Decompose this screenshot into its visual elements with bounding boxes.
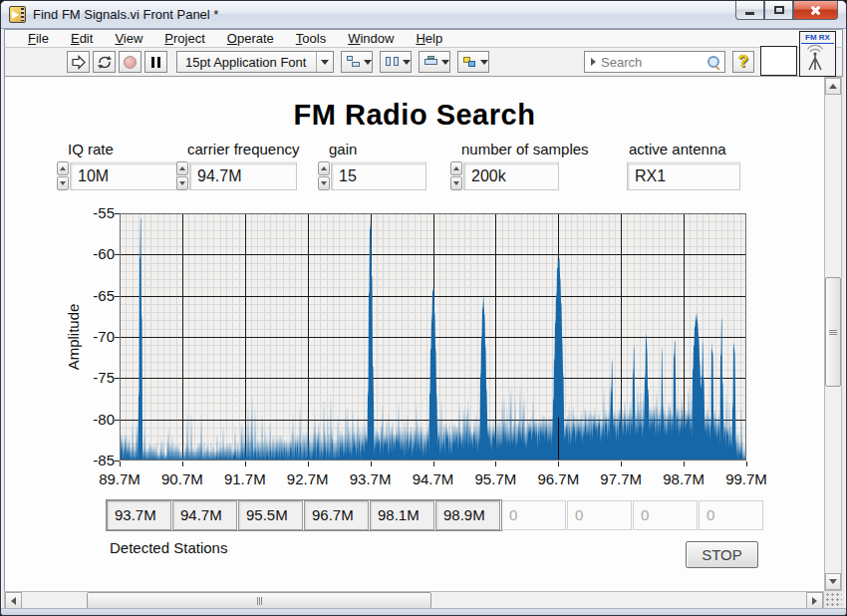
increment-button[interactable] <box>450 161 462 175</box>
chevron-down-icon <box>480 60 488 65</box>
search-box[interactable]: Search <box>584 51 725 73</box>
scroll-left-button[interactable] <box>5 592 22 609</box>
menu-item-project[interactable]: Project <box>153 31 215 46</box>
minimize-icon <box>745 12 754 15</box>
decrement-button[interactable] <box>450 176 462 190</box>
y-tick-label: -85 <box>65 452 115 468</box>
detected-station-3[interactable]: 96.7M <box>304 500 369 530</box>
search-input[interactable]: Search <box>601 55 706 70</box>
x-tick-mark <box>746 462 747 466</box>
front-panel: FM Radio Search IQ rate 10M carrier freq… <box>4 77 824 591</box>
close-button[interactable] <box>793 1 838 20</box>
x-tick-label: 89.7M <box>90 470 149 487</box>
vertical-scroll-thumb[interactable] <box>825 277 841 387</box>
page-title: FM Radio Search <box>5 99 824 132</box>
up-arrow-icon <box>60 166 66 170</box>
decrement-button[interactable] <box>176 176 188 190</box>
run-button[interactable] <box>67 51 90 73</box>
decrement-button[interactable] <box>318 176 330 190</box>
resize-objects-button[interactable] <box>419 51 450 73</box>
scroll-right-button[interactable] <box>806 592 823 609</box>
down-arrow-icon <box>453 181 459 185</box>
menu-item-edit[interactable]: Edit <box>60 31 104 46</box>
x-tick-mark <box>621 462 622 466</box>
iq-rate-field[interactable]: 10M <box>70 161 177 190</box>
scroll-down-button[interactable] <box>825 573 841 590</box>
carrier-frequency-stepper[interactable] <box>176 161 188 190</box>
x-tick-label: 95.7M <box>465 470 525 487</box>
x-tick-label: 98.7M <box>654 470 713 487</box>
increment-button[interactable] <box>318 161 330 175</box>
x-tick-label: 94.7M <box>404 470 463 487</box>
menu-item-tools[interactable]: Tools <box>285 31 337 46</box>
menu-item-help[interactable]: Help <box>405 31 453 46</box>
menu-item-view[interactable]: View <box>104 31 153 46</box>
font-selector-dropdown[interactable] <box>316 52 333 72</box>
down-arrow-icon <box>60 181 66 185</box>
gain-label: gain <box>329 141 426 158</box>
left-arrow-icon <box>11 597 16 605</box>
x-tick-mark <box>495 462 496 466</box>
iq-rate-stepper[interactable] <box>57 161 69 190</box>
labview-app-icon <box>9 6 26 23</box>
vi-icon[interactable]: FM RX <box>799 31 836 77</box>
active-antenna-control: active antenna RX1 <box>627 141 740 190</box>
active-antenna-label: active antenna <box>629 141 740 158</box>
gain-stepper[interactable] <box>318 161 330 190</box>
detected-station-8[interactable]: 0 <box>633 500 698 530</box>
detected-station-1[interactable]: 94.7M <box>172 500 237 530</box>
number-of-samples-field[interactable]: 200k <box>463 161 559 190</box>
maximize-button[interactable] <box>764 1 793 20</box>
horizontal-scroll-thumb[interactable] <box>87 592 431 609</box>
font-selector[interactable]: 15pt Application Font <box>176 51 334 73</box>
detected-station-5[interactable]: 98.9M <box>435 500 500 530</box>
detected-station-6[interactable]: 0 <box>501 500 566 530</box>
menu-item-window[interactable]: Window <box>337 31 405 46</box>
detected-station-7[interactable]: 0 <box>567 500 632 530</box>
decrement-button[interactable] <box>57 176 69 190</box>
help-button[interactable]: ? <box>732 51 754 73</box>
number-of-samples-label: number of samples <box>461 141 589 158</box>
chevron-down-icon <box>403 60 411 65</box>
x-tick-mark <box>182 462 183 466</box>
detected-station-9[interactable]: 0 <box>699 500 763 530</box>
increment-button[interactable] <box>57 161 69 175</box>
iq-rate-control: IQ rate 10M <box>57 141 177 190</box>
increment-button[interactable] <box>176 161 188 175</box>
number-of-samples-stepper[interactable] <box>450 161 462 190</box>
vertical-scrollbar[interactable] <box>824 77 842 591</box>
carrier-frequency-field[interactable]: 94.7M <box>189 161 297 190</box>
active-antenna-field[interactable]: RX1 <box>627 161 740 190</box>
menu-item-operate[interactable]: Operate <box>216 31 285 46</box>
detected-station-2[interactable]: 95.5M <box>238 500 303 530</box>
run-arrow-icon <box>71 55 87 70</box>
reorder-button[interactable] <box>457 51 489 73</box>
detected-station-4[interactable]: 98.1M <box>370 500 434 530</box>
window-frame-bottom <box>1 608 846 615</box>
right-arrow-icon <box>812 597 817 605</box>
run-continuously-button[interactable] <box>93 51 116 73</box>
abort-icon <box>124 56 137 69</box>
scroll-up-button[interactable] <box>825 78 841 95</box>
detected-station-0[interactable]: 93.7M <box>107 500 171 530</box>
gain-field[interactable]: 15 <box>331 161 426 190</box>
spectrum-chart[interactable] <box>120 213 746 461</box>
search-history-icon[interactable] <box>591 58 596 66</box>
x-tick-mark <box>684 462 685 466</box>
title-bar[interactable]: Find FM Signals.vi Front Panel * <box>1 1 846 29</box>
align-objects-button[interactable] <box>341 51 373 73</box>
x-tick-mark <box>245 462 246 466</box>
y-tick-label: -55 <box>65 204 115 221</box>
abort-button[interactable] <box>119 51 141 73</box>
x-tick-label: 93.7M <box>341 470 401 487</box>
menu-item-file[interactable]: File <box>17 31 60 46</box>
chevron-down-icon <box>321 60 329 65</box>
stop-button[interactable]: STOP <box>686 541 758 568</box>
minimize-button[interactable] <box>735 1 764 20</box>
x-tick-label: 92.7M <box>278 470 338 487</box>
y-tick-label: -80 <box>65 411 115 428</box>
x-tick-label: 96.7M <box>528 470 588 487</box>
gain-control: gain 15 <box>318 141 426 190</box>
distribute-objects-button[interactable] <box>380 51 412 73</box>
pause-button[interactable] <box>144 51 167 73</box>
